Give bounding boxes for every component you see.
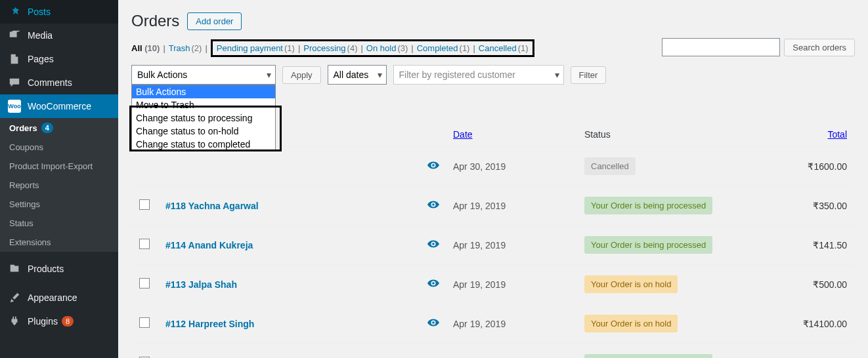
status-badge: Your Order is being processed xyxy=(584,354,712,358)
all-dates-select[interactable]: All dates xyxy=(328,65,387,85)
sidebar-item-woocommerce[interactable]: Woo WooCommerce xyxy=(0,94,118,118)
header-total[interactable]: Total xyxy=(827,129,847,140)
sidebar-item-comments[interactable]: Comments xyxy=(0,71,118,94)
table-row: #110 Raj KapoorApr 15, 2019Your Order is… xyxy=(131,343,855,358)
header-date[interactable]: Date xyxy=(453,129,473,140)
sidebar-label: Appearance xyxy=(28,292,77,303)
bulk-option-onhold[interactable]: Change status to on-hold xyxy=(132,125,275,138)
row-checkbox[interactable] xyxy=(139,278,150,288)
status-badge: Your Order is on hold xyxy=(584,275,678,293)
page-title: Orders xyxy=(131,12,179,30)
eye-icon[interactable] xyxy=(427,163,439,173)
filter-completed[interactable]: Completed xyxy=(417,43,458,53)
search-area: Search orders xyxy=(662,38,855,56)
eye-icon[interactable] xyxy=(427,241,439,252)
date-cell: Apr 19, 2019 xyxy=(453,240,584,250)
row-checkbox[interactable] xyxy=(139,317,150,328)
status-badge: Cancelled xyxy=(584,157,636,175)
sub-label: Orders xyxy=(9,123,37,133)
row-checkbox[interactable] xyxy=(139,199,150,210)
brush-icon xyxy=(8,291,21,304)
status-badge: Your Order is on hold xyxy=(584,315,678,332)
sub-item-coupons[interactable]: Coupons xyxy=(0,138,118,157)
total-cell: ₹141.50 xyxy=(768,240,847,250)
filter-button[interactable]: Filter xyxy=(571,66,607,84)
order-link[interactable]: #118 Yachna Agarwal xyxy=(165,201,259,211)
filter-row: Bulk Actions Bulk Actions Move to Trash … xyxy=(131,65,855,85)
sidebar-item-plugins[interactable]: Plugins 8 xyxy=(0,309,118,333)
table-row: #118 Yachna AgarwalApr 19, 2019Your Orde… xyxy=(131,186,855,225)
sidebar-label: Media xyxy=(28,30,53,41)
sidebar-item-products[interactable]: Products xyxy=(0,257,118,281)
filter-trash[interactable]: Trash xyxy=(169,43,190,53)
orders-badge: 4 xyxy=(41,123,53,133)
sidebar-label: Comments xyxy=(28,77,72,88)
bulk-actions-wrap: Bulk Actions Bulk Actions Move to Trash … xyxy=(131,65,276,85)
order-link[interactable]: #112 Harpreet Singh xyxy=(165,319,254,329)
search-input[interactable] xyxy=(662,38,780,56)
table-row: Apr 30, 2019Cancelled₹1600.00 xyxy=(131,146,855,186)
total-cell: ₹14100.00 xyxy=(768,319,847,329)
status-badge: Your Order is being processed xyxy=(584,236,712,254)
sidebar-label: Plugins xyxy=(28,316,58,327)
add-order-button[interactable]: Add order xyxy=(187,12,242,30)
eye-icon[interactable] xyxy=(427,320,439,330)
admin-sidebar: Posts Media Pages Comments Woo WooCommer… xyxy=(0,0,118,358)
date-cell: Apr 30, 2019 xyxy=(453,161,584,172)
sidebar-item-pages[interactable]: Pages xyxy=(0,47,118,71)
sub-item-extensions[interactable]: Extensions xyxy=(0,233,118,252)
sidebar-item-media[interactable]: Media xyxy=(0,24,118,47)
order-link[interactable]: #113 Jalpa Shah xyxy=(165,279,237,290)
eye-icon[interactable] xyxy=(427,281,439,291)
main-content: Orders Add order All (10) | Trash (2) | … xyxy=(118,0,868,358)
sub-item-orders[interactable]: Orders 4 xyxy=(0,118,118,138)
sub-item-reports[interactable]: Reports xyxy=(0,176,118,195)
sub-item-status[interactable]: Status xyxy=(0,214,118,233)
total-cell: ₹500.00 xyxy=(768,279,847,290)
apply-button[interactable]: Apply xyxy=(282,66,321,84)
sub-item-settings[interactable]: Settings xyxy=(0,195,118,214)
bulk-actions-select[interactable]: Bulk Actions xyxy=(131,65,276,85)
status-badge: Your Order is being processed xyxy=(584,197,712,214)
table-row: #112 Harpreet SinghApr 19, 2019Your Orde… xyxy=(131,304,855,343)
filter-processing[interactable]: Processing xyxy=(303,43,345,53)
bulk-option-completed[interactable]: Change status to completed xyxy=(132,138,275,151)
search-orders-button[interactable]: Search orders xyxy=(784,39,855,56)
woocommerce-submenu: Orders 4 Coupons Product Import-Export R… xyxy=(0,118,118,252)
plugins-badge: 8 xyxy=(62,316,74,327)
sidebar-item-posts[interactable]: Posts xyxy=(0,0,118,24)
orders-table: Date Status Total Apr 30, 2019Cancelled₹… xyxy=(131,123,855,358)
pages-icon xyxy=(8,52,21,66)
bulk-actions-dropdown: Bulk Actions Move to Trash Change status… xyxy=(131,85,276,151)
date-cell: Apr 19, 2019 xyxy=(453,319,584,329)
table-row: #114 Anand KukrejaApr 19, 2019Your Order… xyxy=(131,225,855,264)
page-header: Orders Add order xyxy=(131,12,855,30)
woo-icon: Woo xyxy=(8,100,21,113)
comments-icon xyxy=(8,76,21,89)
filter-onhold[interactable]: On hold xyxy=(366,43,397,53)
total-cell: ₹350.00 xyxy=(768,201,847,211)
bulk-option-default[interactable]: Bulk Actions xyxy=(132,85,275,98)
sidebar-label: Products xyxy=(28,264,64,274)
plugin-icon xyxy=(8,315,21,328)
highlighted-status-filters: Pending payment (1) | Processing (4) | O… xyxy=(211,39,534,57)
bulk-option-processing[interactable]: Change status to processing xyxy=(132,111,275,125)
pin-icon xyxy=(8,5,21,18)
date-cell: Apr 19, 2019 xyxy=(453,279,584,290)
sub-item-product-import-export[interactable]: Product Import-Export xyxy=(0,157,118,176)
sidebar-label: WooCommerce xyxy=(28,101,91,111)
filter-cancelled[interactable]: Cancelled xyxy=(479,43,517,53)
order-link[interactable]: #114 Anand Kukreja xyxy=(165,240,253,250)
eye-icon[interactable] xyxy=(427,202,439,212)
total-cell: ₹1600.00 xyxy=(768,161,847,172)
filter-all[interactable]: All (10) xyxy=(131,43,160,53)
sidebar-label: Posts xyxy=(28,7,51,17)
sidebar-item-appearance[interactable]: Appearance xyxy=(0,286,118,309)
products-icon xyxy=(8,262,21,275)
row-checkbox[interactable] xyxy=(139,239,150,249)
bulk-option-trash[interactable]: Move to Trash xyxy=(132,98,275,111)
sidebar-label: Pages xyxy=(28,54,54,64)
customer-filter-select[interactable]: Filter by registered customer xyxy=(393,65,564,85)
filter-pending[interactable]: Pending payment xyxy=(217,43,283,53)
media-icon xyxy=(8,29,21,42)
